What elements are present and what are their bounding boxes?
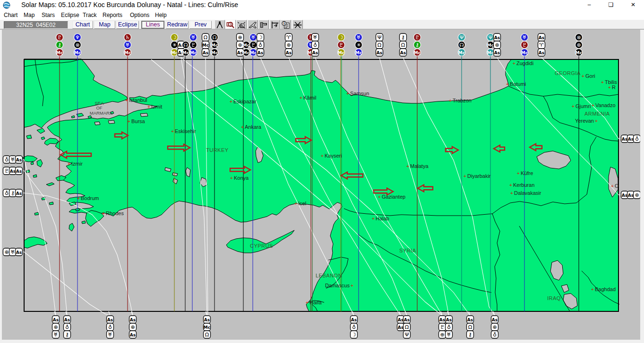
menu-reports[interactable]: Reports <box>103 12 122 18</box>
country-label-lebanon: LEBANON <box>316 273 342 278</box>
close-button[interactable]: ✕ <box>622 0 644 10</box>
right-margin <box>640 30 644 340</box>
top-glyph-stack[interactable]: ΨΩAs <box>376 33 383 56</box>
angle-glyph: ♁ <box>258 42 262 48</box>
bottom-glyph-stack[interactable]: As♇⊕ <box>439 311 446 338</box>
bottom-glyph-stack[interactable]: As⊕As <box>129 311 137 338</box>
button-label: Eclipse <box>117 21 138 28</box>
planet-glyph: Mc <box>74 50 81 55</box>
planet-glyph: Mc <box>56 50 63 55</box>
menu-map[interactable]: Map <box>24 12 34 18</box>
island <box>26 135 32 139</box>
toolbar-button-map[interactable]: Map <box>94 21 115 29</box>
menu-chart[interactable]: Chart <box>4 12 17 18</box>
top-glyph-stack[interactable]: McMc <box>243 42 250 56</box>
restore-button[interactable]: ❏ <box>600 0 622 10</box>
top-glyph-stack[interactable]: ♇⚷Mc <box>414 34 421 56</box>
bottom-glyph-stack[interactable]: AsMcΩ <box>204 311 211 338</box>
top-glyph-stack[interactable]: ☊McMc <box>211 34 218 56</box>
bottom-glyph-stack[interactable]: As♁♅ <box>107 311 114 338</box>
country-label-georgia: GEORGIA <box>555 70 581 76</box>
astro-map[interactable]: +Istanbul+Izmit+Bursa+Eskisehir+Eskipaza… <box>0 30 644 343</box>
city-marker: + <box>406 164 409 169</box>
planet-glyph: ♄ <box>125 34 130 41</box>
toolbar-separator <box>0 29 644 30</box>
left-glyph-stack[interactable]: ♁♅As <box>3 156 25 163</box>
angle-glyph: ⊕ <box>635 192 639 198</box>
pan-hand-icon[interactable] <box>236 20 247 30</box>
top-glyph-stack[interactable]: Ψ☊Mc <box>458 34 465 56</box>
city-name: Kâmil <box>303 95 317 100</box>
planet-glyph: ⚷ <box>58 42 61 48</box>
toolbar-button-eclipse[interactable]: Eclipse <box>116 21 139 29</box>
menu-eclipse[interactable]: Eclipse <box>61 12 79 18</box>
top-glyph-stack[interactable]: ☽♇Mc <box>338 34 345 56</box>
angle-glyph: ⚷ <box>468 332 472 338</box>
city-marker: + <box>321 153 324 159</box>
bottom-glyph-stack[interactable]: As♁⚷ <box>64 311 71 338</box>
top-glyph-stack[interactable]: ΩMcAs <box>202 33 209 56</box>
top-glyph-stack[interactable]: ⚷ΩAs <box>400 33 407 56</box>
left-glyph-stack[interactable]: ♁⚷As <box>3 189 25 197</box>
bottom-glyph-stack[interactable]: As⊕♅ <box>52 311 60 338</box>
menu-stars[interactable]: Stars <box>42 12 55 18</box>
left-glyph-stack[interactable]: ⊕♅As <box>3 248 25 256</box>
top-glyph-stack[interactable]: ♈⊕As <box>285 33 292 56</box>
city-marker: + <box>128 119 130 124</box>
city-label-rhodes: +Rhodes <box>102 210 124 216</box>
angle-glyph: As <box>237 50 243 55</box>
bottom-glyph-stack[interactable]: As⊕♁ <box>491 311 498 338</box>
top-glyph-stack[interactable]: As♈As <box>538 33 545 56</box>
compass-icon[interactable] <box>215 20 225 30</box>
toolbar-button-redraw[interactable]: Redraw <box>166 21 189 29</box>
top-glyph-stack[interactable]: ♄♅Mc <box>124 34 131 56</box>
planet-glyph: ☊ <box>212 34 217 41</box>
angle-glyph: As <box>10 169 16 174</box>
bottom-glyph-stack[interactable]: AsΩΨ <box>404 311 411 338</box>
button-label: Redraw <box>166 21 188 28</box>
minimize-button[interactable]: – <box>578 0 600 10</box>
top-glyph-stack[interactable]: ΨMcMc <box>487 34 494 56</box>
angle-glyph: ♁ <box>5 157 9 163</box>
bottom-glyph-stack[interactable]: AsΩ⚷ <box>467 311 474 338</box>
angle-glyph: Ω <box>405 324 409 330</box>
city-name: Vanadzo <box>595 102 616 108</box>
top-glyph-stack[interactable]: As⊕As <box>494 33 501 56</box>
paint-roller-icon[interactable] <box>258 20 269 30</box>
angle-glyph: As <box>439 318 445 322</box>
menu-help[interactable]: Help <box>155 12 167 18</box>
left-glyph-stack[interactable]: ♇AsAs <box>3 167 25 175</box>
toolbar-button-lines[interactable]: Lines <box>141 21 164 29</box>
toolbar-button-chart[interactable]: Chart <box>72 21 93 29</box>
top-glyph-stack[interactable]: ☽✳Mc <box>171 34 178 56</box>
top-glyph-stack[interactable]: ♅♇Mc <box>250 34 257 56</box>
top-glyph-stack[interactable]: ♇⚷Mc <box>56 34 63 56</box>
plane-icon[interactable] <box>248 20 258 30</box>
right-glyph-stack[interactable]: AsAs♁ <box>618 135 641 142</box>
city-marker: + <box>608 85 611 90</box>
right-glyph-stack[interactable]: AsAs⊕ <box>618 191 641 199</box>
top-glyph-stack[interactable]: ♅♇Mc <box>521 34 528 56</box>
planet-glyph: ☊ <box>183 42 188 48</box>
top-glyph-stack[interactable]: ♅♁As <box>312 33 319 56</box>
angle-glyph: As <box>404 318 410 322</box>
angle-glyph: Ω <box>205 332 209 338</box>
toolbar-button-prev[interactable]: Prev <box>189 21 212 29</box>
top-glyph-stack[interactable]: ♆⊗Mc <box>74 34 81 56</box>
zoom-icon[interactable] <box>225 20 236 30</box>
lines-cross-icon[interactable] <box>292 20 303 30</box>
menu-track[interactable]: Track <box>83 12 97 18</box>
top-glyph-stack[interactable]: ♅♇Mc <box>190 34 197 56</box>
bottom-glyph-stack[interactable]: As♁☽ <box>351 311 358 338</box>
menu-options[interactable]: Options <box>130 12 149 18</box>
top-glyph-stack[interactable]: ♅✳Mc <box>355 34 362 56</box>
planet-glyph: Mc <box>458 50 465 55</box>
extent-arrow-icon[interactable] <box>270 20 280 30</box>
info-report-icon[interactable]: i <box>281 20 291 30</box>
top-glyph-stack[interactable]: ☽♁As <box>257 33 264 56</box>
top-glyph-stack[interactable]: ⊗⊕Mc <box>575 34 583 56</box>
bottom-glyph-stack[interactable]: As♁♅ <box>446 311 453 338</box>
angle-glyph: As <box>286 50 292 55</box>
planet-glyph: Mc <box>182 50 189 55</box>
angle-glyph: As <box>16 250 22 255</box>
